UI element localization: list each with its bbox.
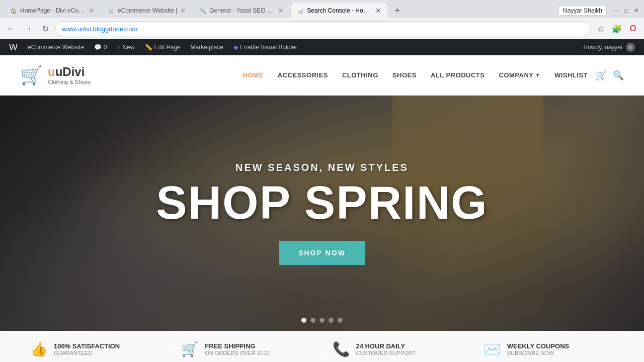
close-button[interactable]: ✕ (633, 7, 640, 14)
nav-accessories[interactable]: ACCESSORIES (278, 71, 328, 79)
tab-close-1[interactable]: ✕ (180, 7, 186, 14)
wp-site-name[interactable]: eCommerce Website (23, 39, 89, 55)
site-navigation: HOME ACCESSORIES CLOTHING SHOES ALL PROD… (243, 71, 588, 79)
wp-edit-page[interactable]: ✏️ Edit Page (140, 39, 186, 55)
logo-text: uuDivi Clothing & Shoes (48, 65, 91, 86)
feature-satisfaction-text: 100% SATISFACTION GUARANTEED (54, 342, 120, 356)
bookmark-icon[interactable]: ☆ (594, 22, 608, 36)
hero-dot-3[interactable] (319, 318, 325, 323)
wp-admin-bar: W eCommerce Website 💬 0 + New ✏️ Edit Pa… (0, 39, 644, 55)
tab-close-0[interactable]: ✕ (89, 7, 95, 14)
tab-label-2: General - Yoast SEO - e... (209, 7, 275, 14)
browser-tab-3[interactable]: 📊 Search Console - Home... ✕ (291, 3, 387, 18)
feature-shipping: 🛒 FREE SHIPPING ON ORDERS OVER $100 (171, 341, 322, 357)
new-tab-button[interactable]: + (388, 3, 403, 18)
hero-dot-5[interactable] (338, 318, 343, 323)
toolbar-icons: ☆ 🧩 O (594, 22, 640, 36)
forward-button[interactable]: → (21, 22, 35, 36)
howdy-text: Howdy, nayyar (584, 44, 623, 51)
coupons-desc: SUBSCRIBE NOW (507, 350, 570, 356)
tab-favicon-0: 🏠 (10, 7, 17, 14)
tab-close-2[interactable]: ✕ (278, 7, 284, 14)
feature-satisfaction: 👍 100% SATISFACTION GUARANTEED (20, 341, 171, 357)
support-title: 24 HOUR DAILY (356, 342, 416, 350)
tab-close-3[interactable]: ✕ (375, 7, 381, 14)
satisfaction-icon: 👍 (30, 341, 48, 357)
logo-tagline: Clothing & Shoes (48, 79, 91, 85)
search-icon[interactable]: 🔍 (613, 70, 624, 81)
shipping-icon: 🛒 (181, 341, 199, 357)
wp-logo-button[interactable]: W (4, 39, 23, 55)
minimize-button[interactable]: ─ (613, 7, 620, 14)
extension-icon[interactable]: 🧩 (610, 22, 624, 36)
wp-marketplace[interactable]: Marketplace (186, 39, 228, 55)
tab-favicon-2: 🔍 (199, 7, 206, 14)
reload-button[interactable]: ↻ (38, 22, 52, 36)
feature-coupons-text: WEEKLY COUPONS SUBSCRIBE NOW (507, 342, 570, 356)
wp-visual-builder[interactable]: ◆ Enable Visual Builder (228, 39, 302, 55)
hero-slider-dots (301, 318, 343, 323)
hero-content: NEW SEASON, NEW STYLES SHOP SPRING SHOP … (156, 162, 488, 265)
browser-tab-0[interactable]: 🏠 HomePage - Divi eCom... ✕ (4, 3, 101, 18)
feature-shipping-text: FREE SHIPPING ON ORDERS OVER $100 (205, 342, 269, 356)
wordpress-logo: W (9, 42, 18, 53)
hero-dot-2[interactable] (310, 318, 315, 323)
tab-label-1: eCommerce Website | (118, 7, 177, 14)
nav-all-products[interactable]: ALL PRODUCTS (431, 71, 485, 79)
new-label: New (123, 44, 135, 51)
browser-tabs: 🏠 HomePage - Divi eCom... ✕ 🛒 eCommerce … (4, 3, 556, 18)
nav-home[interactable]: HOME (243, 71, 264, 79)
browser-toolbar: ← → ↻ ☆ 🧩 O (0, 18, 644, 39)
features-bar: 👍 100% SATISFACTION GUARANTEED 🛒 FREE SH… (0, 331, 644, 362)
comment-icon: 💬 (94, 44, 102, 51)
cart-icon[interactable]: 🛒 (596, 70, 607, 81)
nav-utility-icons: 🛒 🔍 (596, 70, 624, 81)
divi-icon: ◆ (233, 44, 238, 51)
nav-clothing[interactable]: CLOTHING (342, 71, 378, 79)
back-button[interactable]: ← (4, 22, 18, 36)
hero-dot-4[interactable] (329, 318, 334, 323)
feature-coupons: ✉️ WEEKLY COUPONS SUBSCRIBE NOW (473, 341, 624, 357)
tab-label-0: HomePage - Divi eCom... (20, 7, 86, 14)
coupons-title: WEEKLY COUPONS (507, 342, 570, 350)
browser-titlebar: 🏠 HomePage - Divi eCom... ✕ 🛒 eCommerce … (0, 0, 644, 18)
logo-name: uuDivi (48, 65, 91, 79)
wp-site-label: eCommerce Website (28, 44, 84, 51)
nav-company[interactable]: COMPANY ▼ (499, 71, 540, 79)
browser-chrome: 🏠 HomePage - Divi eCom... ✕ 🛒 eCommerce … (0, 0, 644, 39)
tab-favicon-3: 📊 (297, 7, 304, 14)
site-logo[interactable]: 🛒 uuDivi Clothing & Shoes (20, 65, 91, 86)
feature-support: 📞 24 HOUR DAILY CUSTOMER SUPPORT (323, 341, 473, 357)
address-bar[interactable] (55, 21, 591, 36)
wp-user-howdy[interactable]: Howdy, nayyar n (579, 43, 640, 52)
visual-builder-label: Enable Visual Builder (240, 44, 297, 51)
marketplace-label: Marketplace (191, 44, 223, 51)
support-icon: 📞 (333, 341, 350, 357)
window-controls: ─ □ ✕ (613, 7, 640, 14)
maximize-button[interactable]: □ (623, 7, 630, 14)
hero-section: NEW SEASON, NEW STYLES SHOP SPRING SHOP … (0, 96, 644, 331)
comment-count: 0 (104, 44, 107, 51)
wp-new-button[interactable]: + New (112, 39, 140, 55)
satisfaction-desc: GUARANTEED (54, 350, 120, 356)
browser-tab-1[interactable]: 🛒 eCommerce Website | ✕ (102, 3, 192, 18)
browser-tab-2[interactable]: 🔍 General - Yoast SEO - e... ✕ (193, 3, 290, 18)
tab-label-3: Search Console - Home... (307, 7, 372, 14)
shipping-desc: ON ORDERS OVER $100 (205, 350, 269, 356)
support-desc: CUSTOMER SUPPORT (356, 350, 416, 356)
user-badge: Nayyar Shaikh (558, 6, 607, 16)
hero-cta-button[interactable]: SHOP NOW (279, 241, 365, 265)
opera-icon[interactable]: O (626, 22, 640, 36)
wp-comments[interactable]: 💬 0 (89, 39, 112, 55)
nav-shoes[interactable]: SHOES (392, 71, 417, 79)
feature-support-text: 24 HOUR DAILY CUSTOMER SUPPORT (356, 342, 416, 356)
shipping-title: FREE SHIPPING (205, 342, 269, 350)
edit-label: Edit Page (154, 44, 181, 51)
hero-subtitle: NEW SEASON, NEW STYLES (156, 162, 488, 173)
nav-wishlist[interactable]: WISHLIST (554, 71, 588, 79)
tab-favicon-1: 🛒 (108, 7, 115, 14)
hero-title: SHOP SPRING (156, 179, 488, 226)
plus-icon: + (117, 44, 121, 51)
hero-dot-1[interactable] (301, 318, 306, 323)
satisfaction-title: 100% SATISFACTION (54, 342, 120, 350)
